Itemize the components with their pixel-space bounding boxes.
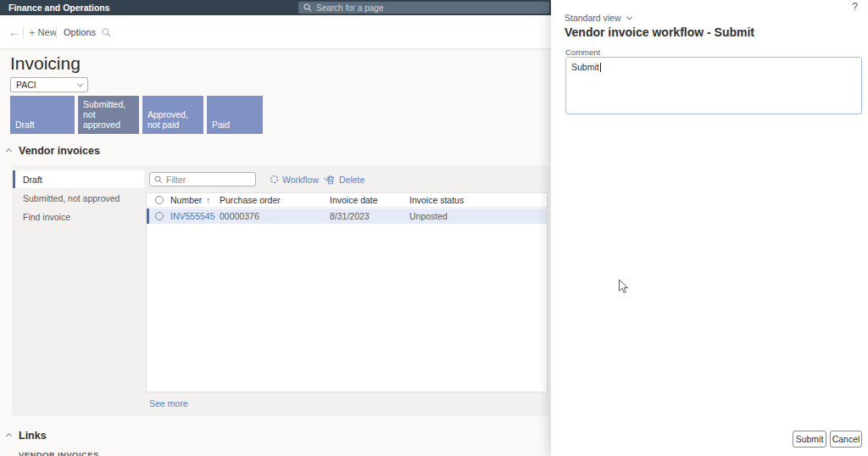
links-heading: Links [19, 430, 47, 442]
tile-label: Draft [15, 120, 35, 130]
invoice-number-link[interactable]: INV555545 [170, 211, 215, 221]
delete-button-label: Delete [339, 175, 364, 185]
global-search-box[interactable] [298, 2, 549, 14]
invoice-grid: Number ↑ Purchase order Invoice date Inv… [146, 192, 548, 392]
plus-icon: + [29, 26, 36, 39]
divider [23, 26, 24, 39]
company-selector-value: PACI [16, 80, 36, 90]
sort-ascending-icon[interactable]: ↑ [206, 195, 210, 205]
view-selector-label: Standard view [565, 13, 621, 23]
workflow-button-label: Workflow [282, 175, 319, 185]
row-select-radio[interactable] [155, 212, 164, 220]
tab-draft[interactable]: Draft [13, 170, 144, 188]
grid-header-row: Number ↑ Purchase order Invoice date Inv… [147, 193, 547, 208]
view-selector[interactable]: Standard view [565, 13, 632, 23]
workflow-button[interactable]: Workflow [270, 172, 329, 186]
dialog-title: Vendor invoice workflow - Submit [565, 25, 754, 39]
column-header-purchase-order[interactable]: Purchase order [220, 195, 281, 205]
submit-button[interactable]: Submit [793, 431, 826, 448]
tab-find-invoice[interactable]: Find invoice [13, 208, 144, 225]
tab-submitted-not-approved[interactable]: Submitted, not approved [13, 189, 144, 207]
invoice-row-selected[interactable]: INV555545 00000376 8/31/2023 Unposted [147, 209, 547, 224]
action-bar: ← + New Options [0, 15, 551, 49]
tile-label: Submitted, not approved [83, 99, 134, 130]
workflow-icon [270, 175, 279, 184]
filter-box[interactable] [149, 172, 256, 186]
see-more-link[interactable]: See more [149, 398, 188, 409]
new-button-label: New [38, 27, 57, 37]
chevron-down-icon [77, 81, 83, 86]
cancel-button[interactable]: Cancel [830, 431, 862, 448]
mouse-cursor [618, 279, 630, 298]
tile-label: Paid [212, 120, 230, 130]
tile-draft[interactable]: Draft [10, 96, 75, 134]
trash-icon [326, 175, 336, 185]
comment-label: Comment [565, 47, 600, 57]
back-arrow-icon: ← [8, 25, 20, 39]
tile-approved-not-paid[interactable]: Approved, not paid [142, 96, 203, 134]
tile-submitted-not-approved[interactable]: Submitted, not approved [78, 96, 139, 134]
column-header-number[interactable]: Number [170, 195, 202, 205]
page-search-button[interactable] [102, 15, 111, 49]
links-section-header[interactable]: Links [7, 430, 47, 442]
back-button[interactable]: ← [8, 15, 20, 49]
vendor-invoices-heading: Vendor invoices [19, 145, 100, 157]
vendor-invoices-section-header[interactable]: Vendor invoices [7, 145, 100, 157]
search-icon [102, 28, 111, 37]
invoice-date-cell: 8/31/2023 [330, 211, 370, 221]
new-button[interactable]: + New [29, 15, 57, 49]
chevron-down-icon [626, 14, 632, 19]
top-navigation-bar: Finance and Operations [0, 0, 551, 15]
help-button[interactable]: ? [852, 1, 858, 13]
search-icon [303, 3, 312, 12]
tile-label: Approved, not paid [147, 109, 198, 130]
delete-button[interactable]: Delete [326, 172, 364, 186]
invoice-status-cell: Unposted [409, 211, 448, 221]
vendor-invoices-panel: Draft Submitted, not approved Find invoi… [12, 165, 549, 416]
app-window: Finance and Operations ← + New Options I… [0, 0, 868, 456]
column-header-invoice-date[interactable]: Invoice date [330, 195, 378, 205]
tile-paid[interactable]: Paid [207, 96, 263, 134]
collapse-icon [6, 432, 12, 438]
app-title: Finance and Operations [8, 3, 110, 13]
purchase-order-cell: 00000376 [220, 211, 259, 221]
tab-label: Draft [23, 175, 42, 185]
collapse-icon [6, 147, 12, 153]
links-group-label: VENDOR INVOICES [19, 450, 99, 456]
filter-input[interactable] [166, 175, 247, 185]
tab-label: Find invoice [23, 212, 70, 222]
divider [56, 26, 57, 39]
comment-text: Submit [571, 62, 599, 72]
tab-label: Submitted, not approved [23, 193, 120, 203]
global-search-input[interactable] [316, 3, 520, 13]
options-button-label: Options [64, 27, 96, 37]
column-header-invoice-status[interactable]: Invoice status [409, 195, 464, 205]
comment-textarea[interactable]: Submit [565, 57, 862, 114]
search-icon [154, 175, 163, 184]
workflow-submit-dialog: ? Standard view Vendor invoice workflow … [551, 0, 868, 456]
select-all-radio[interactable] [155, 196, 164, 204]
company-selector[interactable]: PACI [10, 77, 88, 92]
options-button[interactable]: Options [64, 15, 96, 49]
page-title: Invoicing [10, 53, 81, 74]
text-caret [600, 63, 601, 72]
